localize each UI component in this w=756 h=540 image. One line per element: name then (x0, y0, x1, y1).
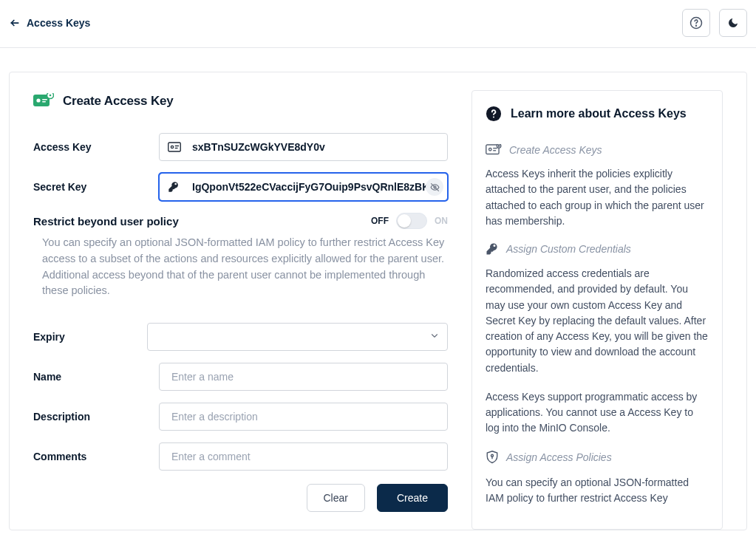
description-input[interactable] (159, 403, 448, 431)
secret-key-input[interactable] (159, 173, 448, 201)
id-card-icon (168, 142, 181, 152)
help-filled-icon (486, 106, 502, 122)
svg-point-23 (491, 454, 494, 457)
svg-point-16 (493, 117, 494, 118)
svg-rect-6 (42, 101, 46, 103)
description-label: Description (33, 411, 159, 423)
restrict-help-text: You can specify an optional JSON-formatt… (33, 235, 448, 299)
access-key-header-icon (33, 93, 54, 109)
info-section-body-0: Access Keys inherit the policies explici… (486, 166, 709, 229)
help-icon (689, 16, 703, 30)
restrict-label: Restrict beyond user policy (33, 215, 179, 228)
form-title: Create Access Key (63, 94, 174, 109)
svg-point-22 (498, 146, 500, 147)
toggle-on-label: ON (435, 216, 448, 226)
svg-rect-9 (168, 143, 181, 151)
toggle-visibility-button[interactable] (426, 178, 443, 196)
content-card: Create Access Key Access Key Secret Key (9, 72, 747, 530)
create-button[interactable]: Create (377, 484, 448, 512)
theme-toggle-button[interactable] (719, 9, 747, 37)
top-bar: Access Keys (0, 0, 756, 48)
id-card-outline-icon (486, 144, 502, 156)
expiry-select[interactable] (147, 323, 448, 351)
help-button[interactable] (682, 9, 710, 37)
eye-off-icon (430, 182, 440, 192)
back-arrow-icon[interactable] (6, 14, 24, 32)
svg-point-18 (489, 148, 491, 150)
restrict-toggle[interactable] (396, 213, 427, 229)
info-title: Learn more about Access Keys (511, 107, 687, 120)
svg-rect-5 (42, 99, 47, 100)
svg-point-8 (50, 95, 52, 97)
shield-icon (486, 450, 499, 465)
comments-label: Comments (33, 451, 159, 462)
toggle-off-label: OFF (371, 216, 389, 226)
info-section-body-1: Randomized access credentials are recomm… (486, 266, 709, 376)
info-section-body-3: You can specify an optional JSON-formatt… (486, 475, 709, 507)
key-icon (168, 181, 180, 193)
info-section-title-3: Assign Access Policies (506, 451, 612, 463)
svg-point-10 (171, 146, 173, 148)
name-input[interactable] (159, 363, 448, 391)
info-section-title-0: Create Access Keys (509, 144, 602, 156)
chevron-down-icon (429, 331, 440, 344)
form-panel: Create Access Key Access Key Secret Key (33, 93, 454, 530)
key-outline-icon (486, 242, 499, 256)
breadcrumb: Access Keys (6, 14, 90, 32)
expiry-label: Expiry (33, 331, 147, 343)
restrict-section: Restrict beyond user policy OFF ON You c… (33, 213, 448, 299)
info-section-title-1: Assign Custom Credentials (506, 243, 631, 255)
info-section-body-2: Access Keys support programmatic access … (486, 389, 709, 437)
svg-point-2 (696, 25, 697, 26)
secret-key-label: Secret Key (33, 181, 159, 193)
info-panel: Learn more about Access Keys Create Acce… (471, 90, 723, 530)
moon-icon (727, 17, 739, 29)
access-key-label: Access Key (33, 141, 159, 153)
page-title[interactable]: Access Keys (27, 17, 90, 29)
svg-point-4 (36, 98, 40, 102)
access-key-input[interactable] (159, 133, 448, 161)
comments-input[interactable] (159, 442, 448, 471)
name-label: Name (33, 371, 159, 383)
clear-button[interactable]: Clear (307, 484, 365, 512)
